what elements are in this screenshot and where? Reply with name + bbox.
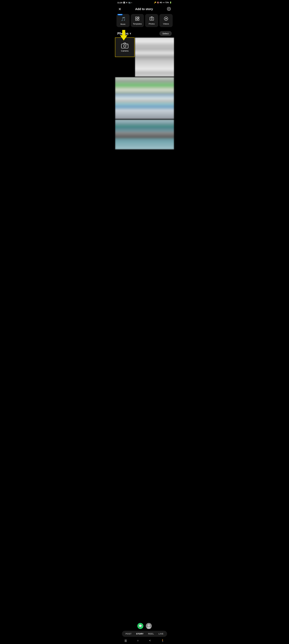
svg-marker-12 [166,18,167,20]
camera-tile[interactable]: Camera [115,38,135,57]
new-badge: NEW [117,14,123,15]
svg-rect-4 [135,17,137,18]
photo-tile-3[interactable] [115,120,174,150]
svg-point-1 [168,8,169,10]
svg-text:🎵: 🎵 [121,16,125,21]
battery: 71% [165,2,169,4]
wifi-bars-icon: ▪▪▪ [163,2,165,4]
videos-icon [164,16,168,22]
action-videos-label: Videos [163,23,169,25]
first-row: Camera [115,38,174,77]
photo-tile-2[interactable] [115,77,174,119]
close-button[interactable]: ✕ [118,6,122,12]
photo-app-icon: 🖼 [123,2,125,4]
camera-icon [121,42,128,48]
yellow-arrow [119,30,128,41]
status-left: 11:24 🖼 ✕ 📷 • [117,2,132,4]
action-templates[interactable]: + Templates [131,14,144,27]
photo-2-image [115,77,174,119]
svg-point-16 [127,44,127,45]
dot-indicator: • [131,2,132,4]
photo-3-image [115,120,174,150]
svg-rect-6 [135,19,137,20]
svg-marker-13 [120,30,128,40]
svg-rect-14 [121,44,128,48]
settings-button[interactable] [166,6,171,12]
action-music[interactable]: NEW 🎵 + Music [117,14,130,27]
templates-icon: + [135,16,140,22]
instagram-icon: 📷 [128,2,131,4]
music-icon: 🎵 + [121,16,125,22]
gear-icon [167,7,171,11]
status-bar: 11:24 🖼 ✕ 📷 • 🔑 🔇 4G ▪▪▪ 71% 🔋 [115,0,174,5]
action-music-label: Music [120,23,126,25]
svg-text:+: + [138,17,139,19]
battery-icon: 🔋 [169,2,172,4]
action-templates-label: Templates [133,23,142,25]
mute-icon: 🔇 [157,2,159,4]
gallery-area: Camera [115,38,174,150]
svg-point-10 [151,18,152,20]
top-nav: ✕ Add to story [115,5,174,14]
svg-text:+: + [123,17,124,19]
svg-rect-9 [150,17,154,20]
action-videos[interactable]: Videos [159,14,172,27]
x-app-icon: ✕ [126,2,128,4]
select-button[interactable]: Select [159,31,172,36]
svg-point-15 [124,45,126,47]
time: 11:24 [117,2,122,4]
svg-point-0 [167,7,171,10]
signal-icon: 4G [160,2,162,4]
photos-icon [149,16,154,22]
page-title: Add to story [135,7,153,11]
action-photos-label: Photos [149,23,155,25]
camera-label: Camera [121,50,129,52]
actions-row: NEW 🎵 + Music + Templates [115,14,174,30]
photo-1-image [135,38,174,77]
photo-tile-1[interactable] [135,38,174,77]
status-right: 🔑 🔇 4G ▪▪▪ 71% 🔋 [154,2,172,4]
action-photos[interactable]: Photos [145,14,158,27]
chevron-down-icon: ∨ [129,32,131,35]
svg-rect-7 [138,19,139,20]
lock-icon: 🔑 [154,2,156,4]
